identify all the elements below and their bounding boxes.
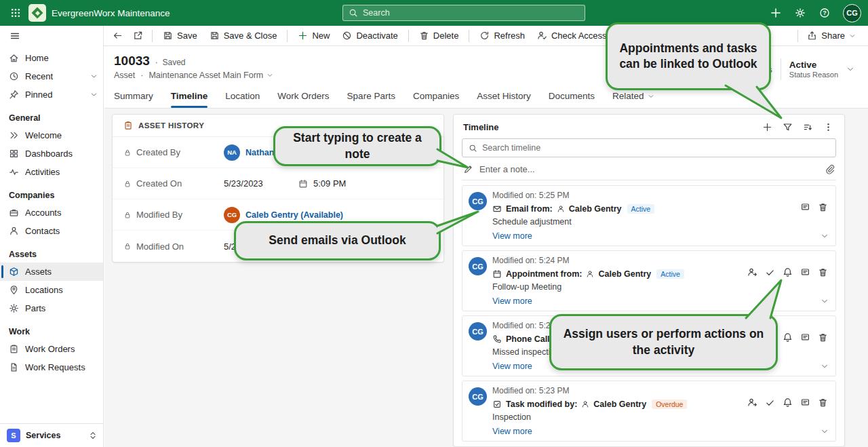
paperclip-icon[interactable]	[825, 164, 835, 174]
app-launcher-button[interactable]	[4, 0, 27, 26]
sidebar-item-label: Work Requests	[25, 362, 98, 372]
command-popout-button[interactable]	[128, 28, 147, 44]
tab-work-orders[interactable]: Work Orders	[277, 84, 329, 108]
timeline-entry: CGModified on: 5:23 PMTask modified by:C…	[462, 381, 836, 442]
entry-action-check-button[interactable]	[764, 266, 776, 278]
modified-by-label: Modified By	[136, 210, 182, 220]
entry-action-bell-button[interactable]	[781, 266, 793, 278]
note-input[interactable]	[479, 164, 818, 174]
clock-icon	[9, 71, 19, 81]
callout-assign-actions: Assign users or perform actions on the a…	[549, 314, 778, 370]
main-area: 10033 Saved Asset Maintenance Asset Main…	[104, 46, 868, 447]
entry-body-text: Schedule adjustment	[492, 217, 829, 227]
entry-person: Caleb Gentry	[593, 400, 646, 409]
sidebar-area-switcher[interactable]: S Services	[0, 423, 103, 447]
command-back-button[interactable]	[108, 28, 127, 44]
modified-by-link[interactable]: Caleb Gentry (Available)	[245, 210, 343, 220]
command-deactivate-button[interactable]: Deactivate	[336, 28, 403, 44]
sidebar-item-label: Parts	[25, 303, 98, 313]
view-more-link[interactable]: View more	[492, 427, 821, 436]
sidebar-item-dashboards[interactable]: Dashboards	[0, 144, 103, 163]
sidebar-item-pinned[interactable]: Pinned	[0, 85, 103, 104]
quick-create-button[interactable]	[764, 0, 787, 26]
tab-location[interactable]: Location	[225, 84, 260, 108]
tab-timeline[interactable]: Timeline	[171, 84, 208, 108]
sidebar-item-contacts[interactable]: Contacts	[0, 222, 103, 240]
settings-button[interactable]	[789, 0, 812, 26]
sidebar-item-recent[interactable]: Recent	[0, 67, 103, 85]
search-icon	[469, 144, 477, 153]
chevron-down-icon[interactable]	[846, 65, 854, 73]
tab-asset-history[interactable]: Asset History	[477, 84, 531, 108]
global-search[interactable]	[342, 5, 585, 21]
sidebar-item-parts[interactable]: Parts	[0, 299, 103, 317]
entry-action-trash-button[interactable]	[816, 331, 829, 343]
help-button[interactable]: ?	[813, 0, 836, 26]
tab-companies[interactable]: Companies	[413, 84, 459, 108]
sidebar-toggle-button[interactable]	[1, 26, 28, 46]
entry-action-bell-button[interactable]	[781, 396, 793, 408]
command-save-and-close-button[interactable]: Save & Close	[204, 28, 283, 44]
tab-summary[interactable]: Summary	[114, 84, 153, 108]
entry-action-check-button[interactable]	[764, 396, 776, 408]
entry-action-note-button[interactable]	[799, 331, 811, 343]
breadcrumb-entity[interactable]: Asset	[114, 71, 135, 80]
timeline-sort-button[interactable]	[800, 119, 816, 135]
share-button[interactable]: Share	[802, 28, 861, 44]
tab-spare-parts[interactable]: Spare Parts	[347, 84, 395, 108]
command-refresh-button[interactable]: Refresh	[474, 28, 530, 44]
sidebar-item-welcome[interactable]: Welcome	[0, 126, 103, 144]
entry-action-assign-button[interactable]	[746, 266, 758, 278]
command-delete-button[interactable]: Delete	[414, 28, 465, 44]
note-input-row[interactable]	[462, 159, 836, 180]
command-new-button[interactable]: New	[292, 28, 335, 44]
timeline-more-button[interactable]	[820, 119, 836, 135]
command-check-access-button[interactable]: Check Access	[532, 28, 612, 44]
entry-action-note-button[interactable]	[799, 201, 811, 213]
grid-icon	[9, 149, 19, 159]
status-reason[interactable]: Active Status Reason	[789, 60, 838, 79]
callout-create-note: Start typing to create a note	[273, 126, 441, 166]
entry-action-note-button[interactable]	[799, 266, 811, 278]
sidebar-item-activities[interactable]: Activities	[0, 163, 103, 181]
sidebar-section-work: Work	[0, 317, 103, 340]
form-selector[interactable]: Maintenance Asset Main Form	[149, 71, 273, 80]
timeline-filter-button[interactable]	[779, 119, 795, 135]
more-icon	[823, 122, 833, 132]
entry-action-trash-button[interactable]	[816, 201, 829, 213]
sidebar-item-accounts[interactable]: Accounts	[0, 203, 103, 222]
avatar: CG	[469, 387, 487, 406]
entry-headline: Email from:Caleb GentryActive	[492, 204, 829, 214]
breadcrumb-separator	[140, 71, 143, 80]
app-logo[interactable]	[28, 4, 46, 22]
global-search-input[interactable]	[363, 8, 579, 18]
status-badge: Active	[656, 269, 684, 279]
view-more-link[interactable]: View more	[492, 231, 821, 241]
tab-documents[interactable]: Documents	[549, 84, 595, 108]
entry-action-assign-button[interactable]	[746, 396, 758, 408]
sidebar-item-home[interactable]: Home	[0, 49, 103, 67]
asset-history-icon	[123, 121, 133, 130]
home-icon	[9, 53, 19, 63]
entry-action-trash-button[interactable]	[816, 396, 829, 408]
person-icon	[9, 226, 19, 236]
entry-action-bell-button[interactable]	[781, 331, 793, 343]
entry-action-note-button[interactable]	[799, 396, 811, 408]
entry-footer: View more	[492, 231, 829, 241]
chevron-down-icon	[849, 33, 856, 39]
deactivate-icon	[342, 31, 352, 41]
timeline-create-record-button[interactable]	[759, 119, 775, 135]
user-avatar[interactable]: CG	[843, 4, 861, 22]
entry-action-trash-button[interactable]	[816, 266, 829, 278]
lock-icon	[123, 242, 132, 250]
sidebar-item-work-orders[interactable]: Work Orders	[0, 340, 103, 358]
timeline-search-input[interactable]	[482, 143, 829, 153]
sidebar-item-assets[interactable]: Assets	[0, 263, 103, 281]
timeline-search[interactable]	[462, 138, 836, 157]
chevron-down-icon	[821, 362, 829, 370]
entry-type-label: Appointment from:	[506, 269, 582, 279]
view-more-link[interactable]: View more	[492, 296, 821, 306]
sidebar-item-locations[interactable]: Locations	[0, 281, 103, 299]
command-save-button[interactable]: Save	[157, 28, 203, 44]
sidebar-item-work-requests[interactable]: Work Requests	[0, 358, 103, 376]
